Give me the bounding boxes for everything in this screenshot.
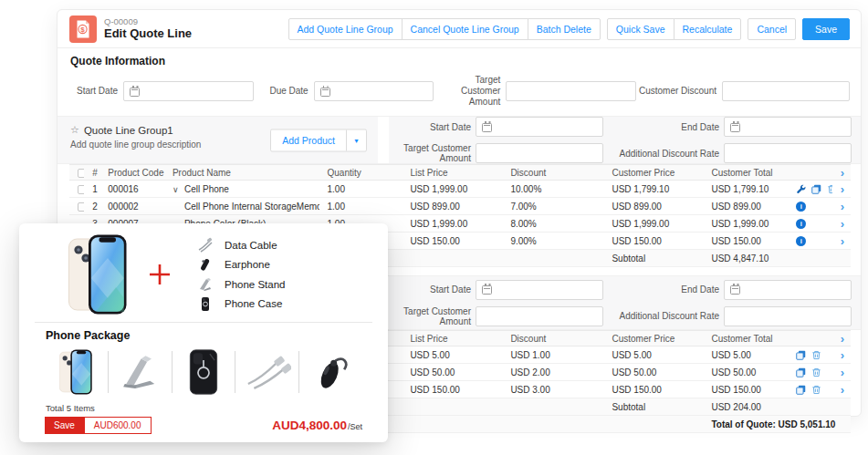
customer-discount-label: Customer Discount <box>638 86 716 97</box>
group2-start-date-input[interactable] <box>476 280 603 300</box>
star-icon[interactable]: ☆ <box>70 124 79 136</box>
row-num: 1 <box>84 181 99 198</box>
copy-icon[interactable] <box>796 385 806 395</box>
expand-icon[interactable]: ∨ <box>173 185 184 194</box>
group2-target-amount-input[interactable] <box>476 306 603 326</box>
panel-header: $ Q-00009 Edit Quote Line Add Quote Line… <box>58 10 861 48</box>
group2-start-date-label: Start Date <box>389 284 471 295</box>
quantity: 1.00 <box>319 198 403 215</box>
row-checkbox[interactable] <box>78 185 84 194</box>
cancel-button[interactable]: Cancel <box>748 18 796 40</box>
list-item: Earphone <box>196 257 286 273</box>
info-icon[interactable]: i <box>796 236 806 246</box>
customer-discount-input[interactable] <box>722 81 850 101</box>
calendar-icon <box>730 123 740 132</box>
info-icon[interactable]: i <box>796 202 806 212</box>
add-quote-line-group-button[interactable]: Add Quote Line Group <box>288 18 403 40</box>
group-actions-button-group: Add Quote Line Group Cancel Quote Line G… <box>288 18 601 40</box>
col-discount: Discount <box>502 165 603 181</box>
svg-text:$: $ <box>80 26 85 34</box>
quick-save-button[interactable]: Quick Save <box>607 18 675 40</box>
row-checkbox[interactable] <box>78 202 84 212</box>
delete-icon[interactable] <box>827 184 831 194</box>
col-discount: Discount <box>502 331 603 346</box>
target-customer-amount-label: Target Customer Amount <box>434 75 500 108</box>
chevron-right-icon[interactable]: › <box>841 182 844 196</box>
calendar-icon <box>320 88 330 97</box>
delete-icon[interactable] <box>811 350 821 360</box>
calendar-icon <box>130 88 140 97</box>
group2-fields: Start Date End Date Target Customer Amou… <box>389 276 861 329</box>
delete-icon[interactable] <box>811 367 821 377</box>
info-icon[interactable]: i <box>796 219 806 229</box>
quote-information-section: Quote Information Start Date Due Date Ta… <box>58 48 861 116</box>
col-customer-price: Customer Price <box>603 331 703 346</box>
chevron-right-icon[interactable]: › <box>841 200 844 213</box>
chevron-right-icon[interactable]: › <box>841 166 844 180</box>
copy-icon[interactable] <box>796 367 806 377</box>
product-code: 000016 <box>99 181 164 198</box>
group1-start-date-input[interactable] <box>476 117 603 137</box>
col-num: # <box>84 165 99 181</box>
add-product-button[interactable]: Add Product <box>271 129 346 150</box>
group1-target-amount-input[interactable] <box>476 143 603 163</box>
col-actions <box>788 165 831 181</box>
subtotal-label: Subtotal <box>603 250 703 267</box>
package-save-button[interactable]: Save <box>45 417 84 434</box>
add-product-split-button: Add Product ▼ <box>270 129 367 151</box>
recalculate-button[interactable]: Recalculate <box>674 18 742 40</box>
configure-wrench-icon[interactable] <box>796 184 806 194</box>
group2-discount-rate-label: Additional Discount Rate <box>608 311 719 321</box>
list-price: USD 1,999.00 <box>402 215 502 233</box>
popup-divider <box>35 322 372 323</box>
group1-discount-rate-input[interactable] <box>724 143 852 163</box>
discount: 10.00% <box>502 181 603 198</box>
chevron-right-icon[interactable]: › <box>841 366 844 379</box>
chevron-right-icon[interactable]: › <box>841 217 844 231</box>
package-hero: Data Cable Earphone Phone Stand Phone Ca… <box>19 223 388 319</box>
add-product-caret[interactable]: ▼ <box>346 129 366 150</box>
list-price: USD 1,999.00 <box>402 181 502 198</box>
start-date-input[interactable] <box>123 81 254 101</box>
col-actions <box>788 331 831 346</box>
chevron-right-icon[interactable]: › <box>841 348 844 362</box>
table-row[interactable]: 2 000002 Cell Phone Internal StorageMemo… <box>69 198 851 215</box>
list-price: USD 150.00 <box>402 381 502 398</box>
batch-delete-button[interactable]: Batch Delete <box>528 18 601 40</box>
copy-icon[interactable] <box>796 350 806 360</box>
customer-total: USD 150.00 <box>703 233 788 250</box>
customer-price: USD 150.00 <box>603 233 703 250</box>
chevron-right-icon[interactable]: › <box>841 383 844 397</box>
band-divider <box>378 117 389 163</box>
group2-discount-rate-input[interactable] <box>724 306 852 326</box>
cancel-quote-line-group-button[interactable]: Cancel Quote Line Group <box>402 18 528 40</box>
subtotal-label: Subtotal <box>603 398 703 416</box>
list-item: Phone Stand <box>196 276 286 292</box>
table-row[interactable]: 1 000016 ∨Cell Phone 1.00 USD 1,999.00 1… <box>69 181 851 198</box>
accessory-label: Earphone <box>225 259 270 270</box>
customer-total: USD 1,799.10 <box>703 181 788 198</box>
chevron-right-icon[interactable]: › <box>841 234 844 248</box>
copy-icon[interactable] <box>811 184 821 194</box>
select-all-checkbox[interactable] <box>78 169 84 178</box>
group1-end-date-input[interactable] <box>724 117 852 137</box>
product-name: Cell Phone <box>184 184 229 194</box>
phone-stand-icon <box>196 276 213 292</box>
group2-end-date-input[interactable] <box>724 280 852 300</box>
target-customer-amount-input[interactable] <box>506 81 636 101</box>
list-price: USD 5.00 <box>402 346 502 364</box>
chevron-right-icon[interactable]: › <box>841 332 844 346</box>
delete-icon[interactable] <box>811 385 821 395</box>
accessory-label: Phone Case <box>225 298 282 309</box>
group2-fields-row2: Target Customer Amount Additional Discou… <box>389 306 852 326</box>
discount: 9.00% <box>502 233 603 250</box>
customer-total: USD 899.00 <box>703 198 788 215</box>
subtotal-value: USD 4,847.10 <box>703 250 788 267</box>
col-customer-total: Customer Total <box>703 331 788 346</box>
phone-thumbnail <box>45 349 108 395</box>
due-date-input[interactable] <box>314 81 434 101</box>
row-num: 2 <box>84 198 99 215</box>
plus-icon <box>147 262 173 287</box>
save-button[interactable]: Save <box>802 18 850 40</box>
accessory-label: Phone Stand <box>225 279 286 290</box>
